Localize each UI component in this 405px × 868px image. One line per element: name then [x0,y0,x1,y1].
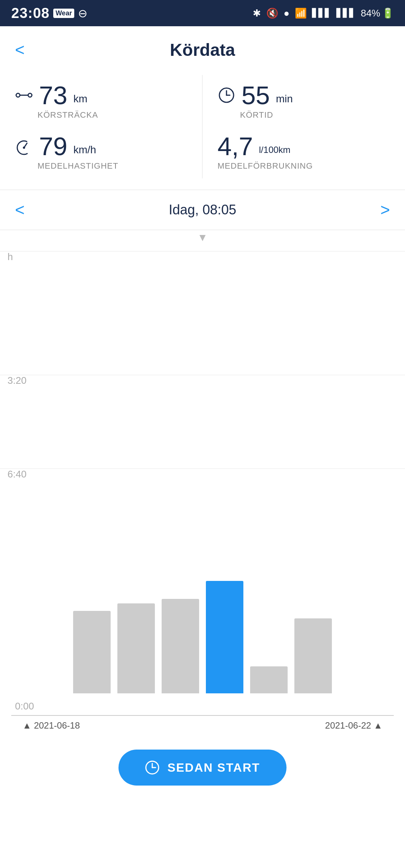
zero-label: 0:00 [15,700,34,712]
distance-stat: 73 km KÖRSTRÄCKA [15,82,187,120]
avg-speed-unit: km/h [74,144,96,156]
driving-time-unit: min [276,93,293,105]
bluetooth-icon: ✱ [253,7,261,19]
signal1-icon: ▋▋▋ [312,8,331,18]
bar-3 [206,581,243,693]
chart-y-label-h: h [8,251,13,263]
avg-consumption-stat: 4,7 l/100km MEDELFÖRBRUKNING [218,133,390,171]
avg-speed-value: 79 [39,133,68,159]
bar-4 [250,666,288,693]
status-left: 23:08 Wear ⊖ [11,5,87,21]
distance-unit: km [74,93,87,105]
chart-divider-top [0,251,405,251]
battery-percent: 84% [361,7,380,19]
stats-grid: 73 km KÖRSTRÄCKA 79 km/h MEDELHASTIGHET [0,71,405,190]
status-time: 23:08 [11,5,50,21]
since-start-label: SEDAN START [167,761,260,775]
speedometer-icon [15,137,33,155]
bar-1 [117,603,155,693]
chart-area: h 3:20 6:40 [0,244,405,506]
bar-2 [162,599,199,693]
stats-left: 73 km KÖRSTRÄCKA 79 km/h MEDELHASTIGHET [0,75,202,178]
avg-speed-label: MEDELHASTIGHET [38,161,187,171]
x-label-left: ▲ 2021-06-18 [22,720,80,731]
avg-speed-stat: 79 km/h MEDELHASTIGHET [15,133,187,171]
chart-y-label-mid: 3:20 [8,375,27,386]
battery-icon: 🔋 [382,7,394,19]
avg-speed-value-row: 79 km/h [15,133,187,159]
battery-info: 84% 🔋 [361,7,394,19]
date-nav: < Idag, 08:05 > [0,190,405,230]
avg-consumption-label: MEDELFÖRBRUKNING [218,161,390,171]
current-date-label: Idag, 08:05 [169,202,236,218]
svg-point-1 [28,93,32,97]
stats-right: 55 min KÖRTID 4,7 l/100km MEDELFÖRBRUKNI… [202,75,405,178]
driving-time-value: 55 [242,82,270,108]
svg-point-5 [23,147,25,149]
svg-point-0 [16,93,20,97]
mute-icon: 🔇 [266,7,278,19]
bar-5 [294,618,332,693]
bottom-btn-area: SEDAN START [0,731,405,801]
distance-label: KÖRSTRÄCKA [38,110,187,120]
distance-value-row: 73 km [15,82,187,108]
page-title: Kördata [170,40,235,60]
distance-icon [15,86,33,104]
next-date-button[interactable]: > [380,201,390,219]
chart-divider-mid [0,375,405,375]
do-not-disturb-icon: ⊖ [78,7,87,20]
location-icon: ● [284,7,290,19]
x-label-right: 2021-06-22 ▲ [325,720,382,731]
bar-chart-container: 0:00 [11,521,394,716]
bar-0 [73,611,111,693]
wifi-icon: 📶 [295,7,307,19]
chart-divider-bottom [0,468,405,469]
wear-label: Wear [56,9,72,17]
driving-time-label: KÖRTID [240,110,390,120]
driving-time-value-row: 55 min [218,82,390,108]
chart-y-label-bottom: 6:40 [8,468,27,480]
date-caret: ▼ [0,230,405,244]
prev-date-button[interactable]: < [15,201,25,219]
avg-consumption-value: 4,7 [218,133,253,159]
status-right: ✱ 🔇 ● 📶 ▋▋▋ ▋▋▋ 84% 🔋 [253,7,394,19]
status-bar: 23:08 Wear ⊖ ✱ 🔇 ● 📶 ▋▋▋ ▋▋▋ 84% 🔋 [0,0,405,26]
distance-value: 73 [39,82,68,108]
app-header: < Kördata [0,26,405,71]
bar-chart-section: 0:00 ▲ 2021-06-18 2021-06-22 ▲ [0,506,405,731]
chart-x-labels: ▲ 2021-06-18 2021-06-22 ▲ [11,716,394,731]
bars-row [11,521,394,693]
since-start-button[interactable]: SEDAN START [118,750,286,786]
wear-badge: Wear [53,9,74,18]
driving-time-stat: 55 min KÖRTID [218,82,390,120]
back-button[interactable]: < [15,40,25,59]
btn-clock-icon [145,760,160,775]
avg-consumption-value-row: 4,7 l/100km [218,133,390,159]
signal2-icon: ▋▋▋ [336,8,356,18]
avg-consumption-unit: l/100km [259,145,291,155]
clock-icon [218,86,236,104]
